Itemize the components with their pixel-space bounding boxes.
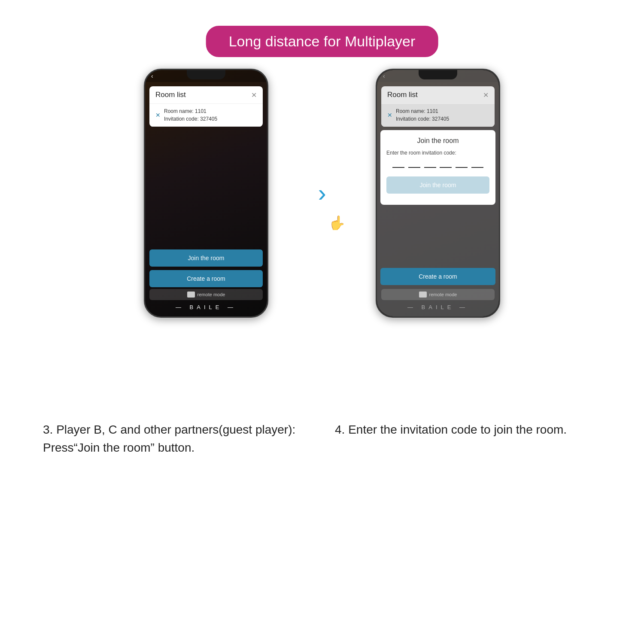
phone-right: ‹ Mode selection Room list ✕ ✕ Room name… — [376, 69, 500, 318]
remote-icon-right — [419, 292, 427, 298]
header-badge: Long distance for Multiplayer — [206, 26, 438, 57]
descriptions: 3. Player B, C and other partners(guest … — [43, 421, 601, 457]
arrows-container: › › › 👆 — [294, 182, 350, 205]
phone-right-side-btn — [267, 104, 268, 130]
modal-header-right: Room list ✕ — [381, 86, 495, 104]
code-input-line — [386, 163, 489, 168]
join-room-btn-right[interactable]: Join the room — [386, 176, 489, 194]
room-item-left[interactable]: ✕ Room name: 1101 Invitation code: 32740… — [149, 104, 263, 127]
arrow-chevrons: › › › — [318, 182, 326, 205]
join-room-dialog-title: Join the room — [386, 137, 489, 145]
room-item-x-left: ✕ — [155, 112, 161, 118]
phone-right-right-btn — [499, 104, 500, 130]
join-room-btn-left[interactable]: Join the room — [149, 249, 263, 267]
baile-left: BAILE — [176, 304, 237, 310]
modal-header-left: Room list ✕ — [149, 86, 263, 104]
room-list-title-left: Room list — [155, 91, 186, 99]
create-room-btn-left[interactable]: Create a room — [149, 270, 263, 287]
room-item-right[interactable]: ✕ Room name: 1101 Invitation code: 32740… — [381, 104, 495, 127]
code-dash-5 — [456, 167, 468, 168]
chevron-3: › — [318, 182, 326, 205]
code-dash-1 — [392, 167, 404, 168]
phone-left: ‹ Mode selection Room list ✕ ✕ Room name… — [144, 69, 268, 318]
join-room-dialog-label: Enter the room invitation code: — [386, 150, 489, 156]
remote-mode-bar-left: remote mode — [149, 289, 263, 300]
room-code-right: Invitation code: 327405 — [396, 115, 449, 123]
join-room-dialog: Join the room Enter the room invitation … — [380, 130, 495, 205]
room-list-title-right: Room list — [387, 91, 418, 99]
room-name-left: Room name: 1101 — [164, 107, 217, 115]
hand-pointer-icon: 👆 — [328, 215, 346, 231]
room-name-right: Room name: 1101 — [396, 107, 449, 115]
desc-block-right: 4. Enter the invitation code to join the… — [335, 421, 601, 457]
mode-selection-label-left: Mode selection — [190, 73, 222, 79]
room-list-modal-right: Room list ✕ ✕ Room name: 1101 Invitation… — [381, 86, 495, 127]
room-list-close-left[interactable]: ✕ — [251, 91, 257, 99]
desc-text-left: 3. Player B, C and other partners(guest … — [43, 421, 309, 457]
remote-mode-bar-right: remote mode — [381, 289, 495, 300]
code-dash-4 — [440, 167, 452, 168]
room-code-left: Invitation code: 327405 — [164, 115, 217, 123]
remote-mode-label-left: remote mode — [197, 292, 225, 297]
phone-left-bottom-btns: Join the room Create a room — [149, 249, 263, 291]
phone-right-side-btn2 — [267, 139, 268, 156]
back-arrow-left[interactable]: ‹ — [151, 73, 153, 79]
room-item-text-left: Room name: 1101 Invitation code: 327405 — [164, 107, 217, 123]
code-dash-6 — [471, 167, 483, 168]
desc-text-right: 4. Enter the invitation code to join the… — [335, 421, 601, 439]
phone-left-side-btn — [144, 113, 145, 130]
remote-mode-label-right: remote mode — [429, 292, 457, 297]
create-room-area-right: Create a room — [380, 268, 495, 289]
phone-right-right-btn2 — [499, 139, 500, 156]
remote-icon-left — [187, 292, 195, 298]
create-room-btn-right[interactable]: Create a room — [380, 268, 495, 285]
room-item-text-right: Room name: 1101 Invitation code: 327405 — [396, 107, 449, 123]
mode-selection-label-right: Mode selection — [422, 73, 454, 79]
room-item-x-right: ✕ — [387, 112, 392, 118]
phone-right-left-btn — [376, 113, 377, 130]
phone-left-status-bar: ‹ Mode selection — [145, 70, 267, 82]
phones-container: ‹ Mode selection Room list ✕ ✕ Room name… — [86, 69, 558, 318]
phone-right-screen: ‹ Mode selection Room list ✕ ✕ Room name… — [377, 70, 499, 316]
code-dash-3 — [424, 167, 436, 168]
desc-block-left: 3. Player B, C and other partners(guest … — [43, 421, 309, 457]
room-list-close-right[interactable]: ✕ — [483, 91, 489, 99]
code-dash-2 — [408, 167, 420, 168]
room-list-modal-left: Room list ✕ ✕ Room name: 1101 Invitation… — [149, 86, 263, 127]
phone-left-screen: ‹ Mode selection Room list ✕ ✕ Room name… — [145, 70, 267, 316]
